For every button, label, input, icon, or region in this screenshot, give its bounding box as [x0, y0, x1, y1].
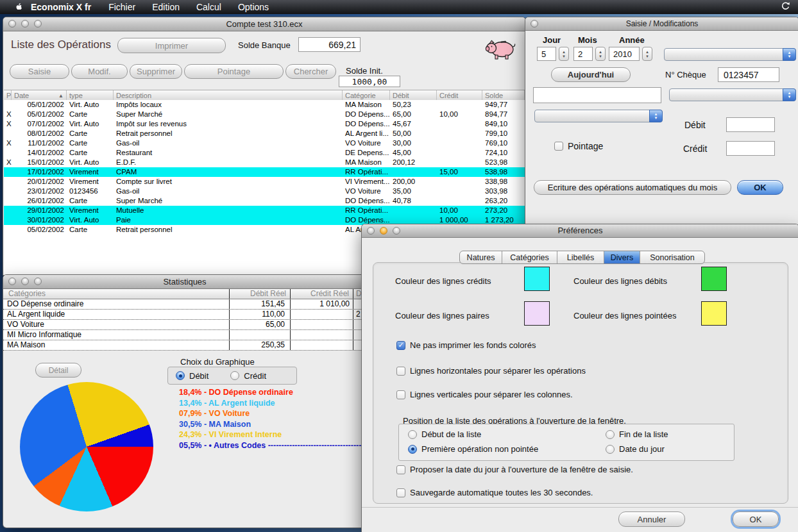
ok-button[interactable]: OK: [737, 180, 783, 195]
operation-row[interactable]: 26/01/2002CarteSuper MarchéDO Dépens...4…: [4, 196, 525, 206]
zoom-button[interactable]: [34, 278, 42, 285]
color-swatch[interactable]: [701, 301, 727, 326]
operation-row[interactable]: X11/01/2002CarteGas-oilVO Voiture30,0076…: [4, 138, 525, 148]
position-option-1[interactable]: Fin de la liste: [606, 429, 668, 439]
app-menu-title[interactable]: Economix X fr: [31, 2, 91, 12]
tab-natures[interactable]: Natures: [460, 251, 502, 263]
zoom-button[interactable]: [393, 227, 400, 235]
col-header-p[interactable]: P: [4, 90, 12, 100]
sync-icon[interactable]: [781, 1, 790, 13]
operation-row[interactable]: 17/01/2002VirementCPAMRR Opérati...15,00…: [4, 167, 525, 177]
col-header-description[interactable]: Description: [114, 90, 343, 100]
radio-icon[interactable]: [176, 371, 185, 380]
solde-banque-field[interactable]: 669,21: [298, 37, 361, 52]
today-button[interactable]: Aujourd'hui: [551, 67, 631, 82]
nature-dropdown[interactable]: ▴▾: [664, 48, 796, 61]
menu-edition[interactable]: Edition: [152, 2, 180, 12]
col-header-type[interactable]: type: [67, 90, 114, 100]
radio-icon[interactable]: [408, 445, 417, 454]
menu-options[interactable]: Options: [238, 2, 269, 12]
auto-operations-button[interactable]: Ecriture des opérations automatiques du …: [534, 180, 731, 195]
stats-row[interactable]: AL Argent liquide110,002: [3, 310, 366, 320]
minimize-button[interactable]: [380, 227, 387, 235]
stats-window-titlebar[interactable]: Statistiques: [3, 275, 366, 289]
radio-icon[interactable]: [230, 371, 239, 380]
jour-stepper[interactable]: ▴▾: [559, 47, 569, 61]
color-swatch[interactable]: [701, 267, 727, 291]
cancel-button[interactable]: Annuler: [618, 511, 685, 527]
operation-row[interactable]: 08/01/2002CarteRetrait personnelAL Argen…: [4, 129, 525, 138]
checkbox-row[interactable]: ✓Ne pas imprimer les fonds colorés: [396, 340, 536, 350]
close-button[interactable]: [8, 20, 16, 28]
tab-sonorisation[interactable]: Sonorisation: [640, 251, 704, 263]
solde-init-field[interactable]: 1000,00: [339, 76, 400, 87]
tab-divers[interactable]: Divers: [604, 251, 640, 263]
minimize-button[interactable]: [21, 20, 29, 28]
chart-mode-crédit[interactable]: Crédit: [230, 371, 266, 381]
saisie-window-titlebar[interactable]: Saisie / Modifications: [525, 17, 798, 31]
pointage-checkbox-row[interactable]: Pointage: [554, 141, 603, 151]
position-option-2[interactable]: Première opération non pointée: [408, 444, 538, 454]
operation-row[interactable]: 05/01/2002Virt. AutoImpôts locauxMA Mais…: [4, 100, 525, 110]
color-swatch[interactable]: [524, 267, 550, 291]
credit-field[interactable]: [726, 141, 775, 156]
checkbox-icon[interactable]: [396, 465, 405, 474]
apple-menu-icon[interactable]: [9, 2, 28, 12]
menu-calcul[interactable]: Calcul: [196, 2, 221, 12]
pref-window-titlebar[interactable]: Préférences: [362, 224, 798, 238]
operation-row[interactable]: X15/01/2002Virt. AutoE.D.F.MA Maison200,…: [4, 158, 525, 167]
detail-button[interactable]: Détail: [35, 363, 81, 378]
mois-field[interactable]: 2: [573, 47, 593, 61]
main-window-titlebar[interactable]: Compte test 310.ecx: [3, 17, 525, 31]
minimize-button[interactable]: [21, 278, 29, 285]
stats-row[interactable]: DO Dépense ordinaire151,451 010,00: [3, 299, 366, 310]
operation-row[interactable]: 23/01/20020123456Gas-oilVO Voiture35,003…: [4, 187, 525, 196]
categorie-dropdown[interactable]: ▴▾: [534, 110, 663, 122]
close-button[interactable]: [8, 278, 16, 285]
checkbox-row[interactable]: Lignes verticales pour séparer les colon…: [396, 390, 573, 399]
close-button[interactable]: [531, 20, 538, 28]
annee-field[interactable]: 2010: [609, 47, 640, 61]
ok-button[interactable]: OK: [733, 511, 779, 527]
col-header-date[interactable]: Date▲: [12, 90, 67, 100]
operation-row[interactable]: 20/01/2002VirementCompte sur livretVI Vi…: [4, 177, 525, 187]
toolbar-button-modif[interactable]: Modif.: [71, 64, 128, 79]
checkbox-row[interactable]: Proposer la date du jour à l'ouverture d…: [396, 465, 633, 474]
toolbar-button-pointage[interactable]: Pointage: [184, 64, 284, 79]
color-swatch[interactable]: [524, 301, 550, 326]
radio-icon[interactable]: [606, 430, 615, 439]
position-option-0[interactable]: Début de la liste: [408, 429, 481, 439]
libelle-field[interactable]: [533, 87, 661, 103]
libelle-dropdown[interactable]: ▴▾: [669, 88, 796, 101]
operation-row[interactable]: X07/01/2002Virt. AutoImpôt sur les reven…: [4, 119, 525, 129]
checkbox-row[interactable]: Sauvegarde automatique toutes les 30 sec…: [396, 488, 593, 497]
toolbar-button-saisie[interactable]: Saisie: [10, 64, 69, 79]
pointage-checkbox[interactable]: [554, 142, 563, 151]
col-header-crédit[interactable]: Crédit: [437, 90, 482, 100]
stats-row[interactable]: MI Micro Informatique: [3, 330, 366, 340]
chart-mode-débit[interactable]: Débit: [176, 371, 208, 381]
jour-field[interactable]: 5: [537, 47, 556, 61]
mois-stepper[interactable]: ▴▾: [595, 47, 606, 61]
col-header-catégorie[interactable]: Catégorie: [343, 90, 390, 100]
operations-table-header[interactable]: PDate▲typeDescriptionCatégorieDébitCrédi…: [4, 90, 525, 101]
cheque-field[interactable]: 0123457: [718, 67, 779, 82]
toolbar-button-chercher[interactable]: Chercher: [285, 64, 336, 79]
stats-row[interactable]: MA Maison250,35: [3, 340, 366, 351]
close-button[interactable]: [367, 227, 375, 235]
toolbar-button-supprimer[interactable]: Supprimer: [130, 64, 182, 79]
checkbox-icon[interactable]: [396, 488, 405, 497]
operation-row[interactable]: 14/01/2002CarteRestaurantDE Depens...45,…: [4, 148, 525, 158]
menu-fichier[interactable]: Fichier: [108, 2, 135, 12]
stats-row[interactable]: VO Voiture65,00: [3, 320, 366, 330]
operation-row[interactable]: 29/01/2002VirementMutuelleRR Opérati...1…: [4, 206, 525, 215]
checkbox-icon[interactable]: ✓: [396, 341, 405, 350]
radio-icon[interactable]: [606, 445, 615, 454]
checkbox-icon[interactable]: [396, 367, 405, 376]
checkbox-row[interactable]: Lignes horizontales pour séparer les opé…: [396, 366, 586, 376]
position-option-3[interactable]: Date du jour: [606, 444, 665, 454]
checkbox-icon[interactable]: [396, 390, 405, 399]
print-button[interactable]: Imprimer: [117, 38, 226, 53]
radio-icon[interactable]: [408, 430, 417, 439]
tab-catgories[interactable]: Catégories: [502, 251, 557, 263]
